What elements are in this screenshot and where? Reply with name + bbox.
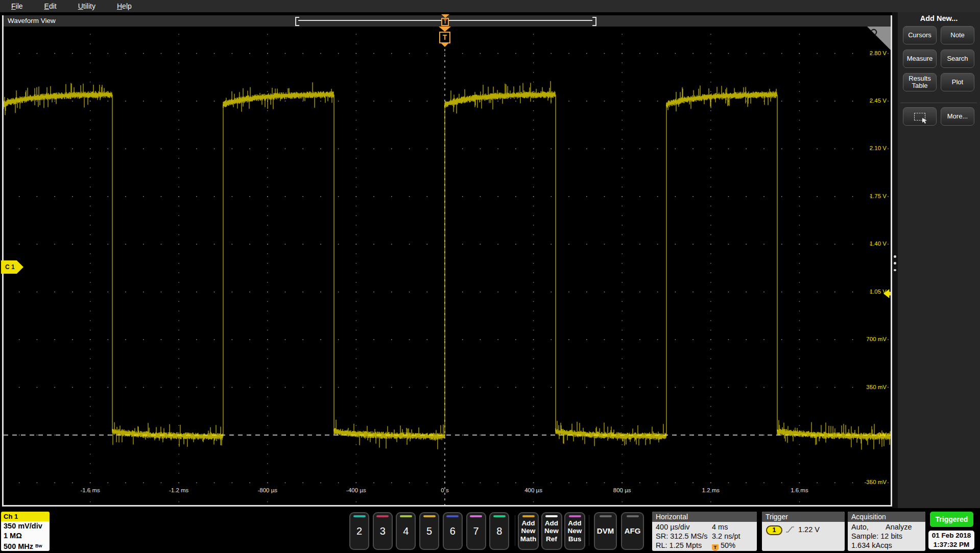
- time-tick-label: 0 s: [441, 487, 448, 493]
- acquisition-sample-mode: Sample: 12 bits: [851, 532, 902, 540]
- add-new-math-button[interactable]: Add New Math: [518, 512, 539, 550]
- voltage-tick-label: 2.80 V: [870, 50, 887, 56]
- channel-color-stripe: [522, 515, 535, 517]
- afg-button[interactable]: AFG: [621, 512, 644, 550]
- horizontal-per-point: 3.2 ns/pt: [712, 532, 740, 540]
- voltage-tick-label: 1.75 V: [870, 193, 887, 199]
- acquisition-count: 1.634 kAcqs: [851, 541, 892, 549]
- channel1-impedance: 1 MΩ: [4, 531, 50, 541]
- time-tick-label: 1.2 ms: [702, 487, 720, 493]
- acquisition-mode: Auto,: [851, 523, 869, 531]
- voltage-tick-label: 2.10 V: [870, 145, 887, 151]
- menu-item-edit[interactable]: Edit: [44, 2, 57, 10]
- time-tick-label: -800 µs: [258, 487, 278, 493]
- horizontal-body: 400 µs/div 4 ms SR: 312.5 MS/s 3.2 ns/pt…: [652, 522, 757, 551]
- horizontal-duration: 4 ms: [712, 523, 728, 531]
- waveform-view-title: Waveform View: [8, 17, 56, 25]
- search-button[interactable]: Search: [941, 50, 974, 68]
- time-tick-label: 400 µs: [524, 487, 542, 493]
- trigger-flag-icon: T: [712, 544, 719, 551]
- time-tick-label: 800 µs: [613, 487, 631, 493]
- more-button[interactable]: More...: [941, 107, 974, 126]
- trigger-status-badge: Triggered: [930, 512, 973, 527]
- channel1-scale: 350 mV/div: [4, 521, 50, 531]
- channel-button-3[interactable]: 3: [373, 512, 393, 550]
- trigger-source-badge: 1: [766, 525, 782, 535]
- horizontal-title: Horizontal: [652, 512, 757, 522]
- note-button[interactable]: Note: [941, 26, 974, 44]
- date-label: 01 Feb 2018: [928, 531, 974, 540]
- panel-separator: [900, 103, 977, 103]
- add-new-bus-button[interactable]: Add New Bus: [564, 512, 585, 550]
- trigger-marker-arrow-icon: [439, 27, 451, 32]
- channel-button-2[interactable]: 2: [349, 512, 369, 550]
- voltage-tick-label: 0 V: [878, 431, 887, 438]
- channel-color-stripe: [353, 515, 366, 517]
- rising-edge-icon: [785, 525, 795, 534]
- measure-button[interactable]: Measure: [903, 50, 937, 68]
- time-label: 1:37:32 PM: [928, 540, 974, 549]
- add-new-ref-button[interactable]: Add New Ref: [541, 512, 562, 550]
- horizontal-sample-rate: SR: 312.5 MS/s: [656, 532, 708, 540]
- channel-button-5[interactable]: 5: [419, 512, 439, 550]
- add-new-panel: Add New... More... CursorsNoteMeasureSea…: [898, 12, 980, 508]
- trigger-level: 1.22 V: [798, 525, 820, 534]
- channel-color-stripe: [569, 515, 581, 517]
- acquisition-panel[interactable]: Acquisition Auto, Analyze Sample: 12 bit…: [848, 512, 925, 551]
- voltage-tick-label: 1.40 V: [870, 241, 887, 247]
- channel-color-stripe: [627, 515, 639, 517]
- trigger-marker-tip-icon: [441, 43, 448, 47]
- channel-button-6[interactable]: 6: [443, 512, 463, 550]
- time-tick-label: 1.6 ms: [791, 487, 808, 493]
- channel1-settings: 350 mV/div 1 MΩ 500 MHz Bw: [1, 521, 50, 551]
- channel-color-stripe: [493, 515, 506, 517]
- channel-button-4[interactable]: 4: [396, 512, 416, 550]
- menu-item-help[interactable]: Help: [117, 2, 132, 10]
- record-view-right-bracket[interactable]: [592, 17, 596, 26]
- horizontal-panel[interactable]: Horizontal 400 µs/div 4 ms SR: 312.5 MS/…: [652, 512, 757, 551]
- channel1-bandwidth: 500 MHz Bw: [4, 541, 50, 551]
- time-tick-label: -1.6 ms: [80, 487, 100, 493]
- channel-color-stripe: [446, 515, 459, 517]
- zoom-mode-button[interactable]: [903, 107, 937, 126]
- bandwidth-limit-icon: Bw: [35, 543, 42, 548]
- datetime-badge: 01 Feb 2018 1:37:32 PM: [928, 531, 974, 549]
- channel-button-7[interactable]: 7: [466, 512, 486, 550]
- settings-bar: Ch 1 350 mV/div 1 MΩ 500 MHz Bw 2345678 …: [0, 508, 980, 553]
- trigger-position-indicator[interactable]: T: [441, 14, 449, 26]
- cursors-button[interactable]: Cursors: [903, 26, 937, 44]
- results-table-button[interactable]: Results Table: [903, 73, 937, 91]
- separator: [589, 515, 589, 546]
- channel-color-stripe: [376, 515, 389, 517]
- panel-drag-handle[interactable]: [894, 255, 896, 271]
- acquisition-body: Auto, Analyze Sample: 12 bits 1.634 kAcq…: [848, 522, 925, 551]
- menu-item-utility[interactable]: Utility: [78, 2, 95, 10]
- channel-color-stripe: [545, 515, 558, 517]
- selection-zoom-icon: [914, 113, 925, 121]
- add-new-title: Add New...: [898, 14, 980, 22]
- voltage-tick-label: -350 mV: [865, 479, 887, 485]
- trigger-panel[interactable]: Trigger 1 1.22 V: [762, 512, 845, 551]
- channel1-badge[interactable]: Ch 1 350 mV/div 1 MΩ 500 MHz Bw: [1, 512, 50, 551]
- trigger-marker-label: T: [439, 32, 450, 43]
- trigger-title: Trigger: [762, 512, 845, 522]
- horizontal-position: T50%: [712, 541, 735, 551]
- channel-color-stripe: [400, 515, 412, 517]
- time-tick-label: -400 µs: [346, 487, 366, 493]
- channel-color-stripe: [470, 515, 482, 517]
- trigger-indicator-label: T: [441, 18, 449, 26]
- waveform-view-widget: Waveform View 2.80 V2.45 V2.10 V1.75 V1.…: [2, 15, 892, 507]
- trigger-position-marker[interactable]: T: [438, 27, 451, 47]
- graticule[interactable]: 2.80 V2.45 V2.10 V1.75 V1.40 V1.05 V700 …: [4, 27, 891, 505]
- plot-button[interactable]: Plot: [941, 73, 974, 91]
- menu-item-file[interactable]: File: [11, 2, 23, 10]
- dvm-button[interactable]: DVM: [594, 512, 617, 550]
- voltage-tick-label: 350 mV: [866, 384, 887, 390]
- ch1-waveform-trace: [4, 27, 891, 505]
- record-view-left-bracket[interactable]: [295, 17, 299, 26]
- time-tick-label: -1.2 ms: [169, 487, 188, 493]
- channel1-name: Ch 1: [1, 512, 50, 521]
- channel-button-8[interactable]: 8: [489, 512, 509, 550]
- channel-color-stripe: [423, 515, 436, 517]
- trigger-body: 1 1.22 V: [762, 522, 845, 551]
